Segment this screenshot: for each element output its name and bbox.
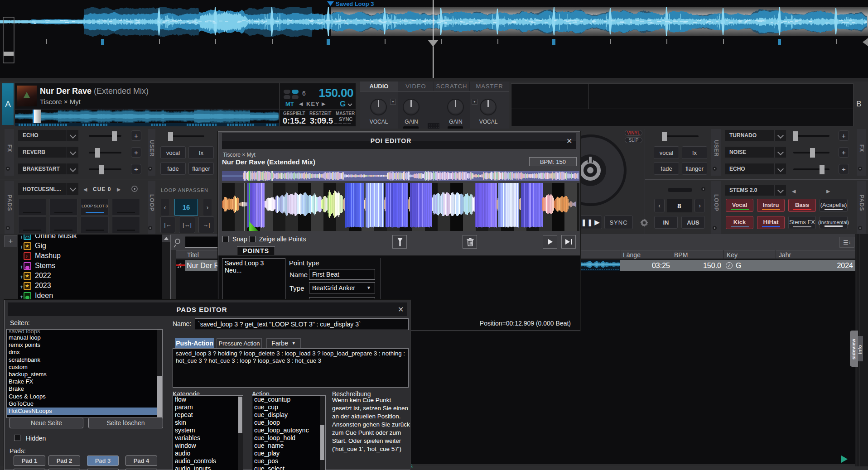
svg-text:Saved Loop 3: Saved Loop 3	[336, 0, 374, 7]
